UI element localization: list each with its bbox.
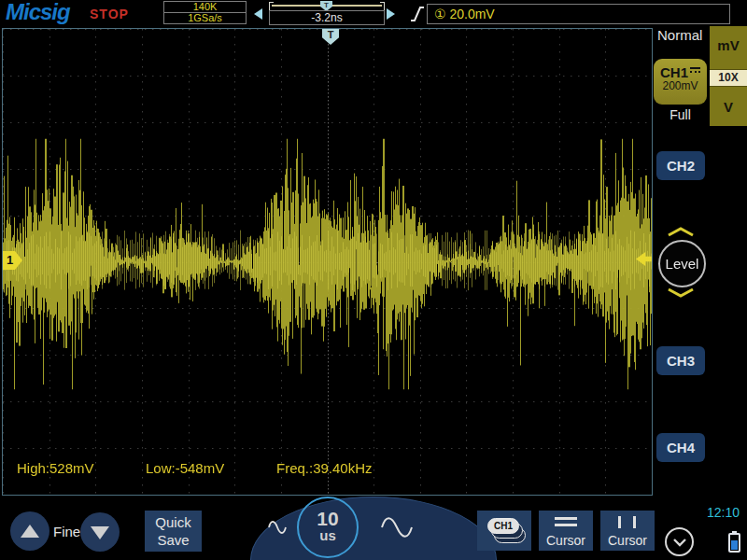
trigger-slope-icon[interactable]	[409, 4, 426, 23]
timebase-unit: us	[299, 528, 357, 543]
probe-scale-panel[interactable]: mV 10X V	[710, 26, 747, 126]
timebase-knob[interactable]: 10 us	[297, 497, 359, 558]
fine-label: Fine	[53, 524, 80, 539]
scroll-right-icon[interactable]	[387, 8, 395, 20]
collapse-menu-button[interactable]	[665, 527, 694, 556]
oscilloscope-screen: Micsig STOP 140K 1GSa/s T -3.2ns ① 20.0m…	[0, 0, 747, 560]
probe-unit-v[interactable]: V	[710, 99, 747, 115]
run-status-label[interactable]: STOP	[90, 7, 129, 21]
scroll-left-icon[interactable]	[254, 8, 262, 20]
quick-save-line1: Quick	[145, 513, 202, 531]
timebase-value: 10	[299, 509, 357, 528]
record-position-bar[interactable]: T	[269, 2, 385, 10]
level-up-chevron-icon[interactable]	[666, 227, 696, 237]
h-cursor-label: Cursor	[539, 533, 593, 548]
quick-save-line2: Save	[145, 531, 202, 549]
measurement-high: High:528mV	[17, 460, 94, 476]
measurement-low: Low:-548mV	[146, 460, 224, 476]
channel-drag-button[interactable]: CH1	[477, 511, 531, 551]
stacked-ch1-label: CH1	[487, 518, 519, 534]
zoom-out-sine-icon[interactable]	[379, 514, 415, 540]
quick-save-button[interactable]: Quick Save	[145, 511, 202, 552]
ch1-label: CH1	[660, 64, 688, 80]
level-knob[interactable]: Level	[658, 240, 706, 287]
probe-attenuation[interactable]: 10X	[710, 69, 747, 87]
horizontal-cursor-button[interactable]: Cursor	[539, 511, 593, 551]
battery-icon	[728, 533, 740, 553]
h-cursor-line-icon	[555, 517, 577, 520]
ch2-button[interactable]: CH2	[656, 151, 705, 180]
trigger-position-readout[interactable]: -3.2ns	[269, 10, 385, 25]
level-down-chevron-icon[interactable]	[666, 287, 696, 298]
v-cursor-line-icon	[618, 516, 621, 528]
acquisition-info-box: 140K 1GSa/s	[163, 1, 247, 24]
dc-coupling-icon	[690, 67, 700, 76]
waveform-canvas[interactable]	[3, 29, 652, 495]
v-cursor-label: Cursor	[600, 533, 655, 548]
chevron-down-icon	[667, 529, 692, 554]
measurement-freq: Freq.:39.40kHz	[276, 460, 373, 476]
ch1-bandwidth-label: Full	[654, 107, 707, 122]
fine-down-button[interactable]	[80, 512, 120, 552]
clock-display: 12:10	[707, 505, 740, 520]
up-triangle-icon	[21, 525, 39, 538]
zoom-in-sine-icon[interactable]	[267, 519, 288, 536]
h-cursor-line-icon	[555, 524, 577, 526]
ch4-button[interactable]: CH4	[656, 433, 705, 462]
vertical-cursor-button[interactable]: Cursor	[600, 511, 655, 551]
ch1-button[interactable]: CH1 200mV	[654, 59, 707, 105]
ch3-button[interactable]: CH3	[656, 346, 705, 375]
probe-unit-mv[interactable]: mV	[710, 37, 747, 53]
scope-display[interactable]: T 1 High:528mV Low:-548mV Freq.:39.40kHz	[2, 28, 653, 496]
trigger-level-readout[interactable]: ① 20.0mV	[427, 4, 730, 24]
stacked-channels-icon: CH1	[487, 518, 529, 546]
coarse-up-button[interactable]	[10, 511, 49, 551]
down-triangle-icon	[91, 526, 109, 539]
memory-depth-value: 140K	[164, 2, 246, 12]
trigger-mode-label: Normal	[657, 27, 710, 43]
brand-logo: Micsig	[6, 0, 70, 25]
sample-rate-value: 1GSa/s	[164, 13, 246, 23]
v-cursor-line-icon	[633, 516, 636, 528]
ch1-scale: 200mV	[654, 79, 707, 92]
